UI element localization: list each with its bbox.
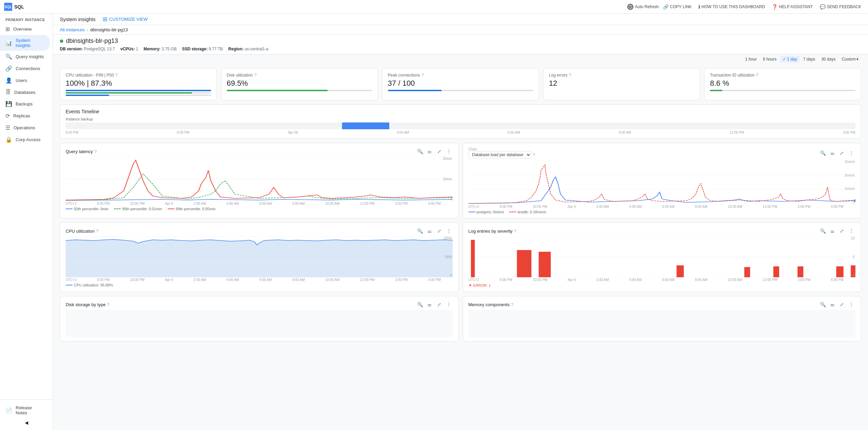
sidebar-item-overview[interactable]: ⊞ Overview	[0, 23, 50, 35]
metric-transaction: Transaction ID utilization ? 8.6 %	[704, 68, 861, 100]
cpu-utilization-help[interactable]: ?	[96, 229, 98, 234]
feedback-button[interactable]: 💬 SEND FEEDBACK	[817, 3, 864, 11]
metric-connections-help[interactable]: ?	[421, 72, 424, 78]
log-expand[interactable]: ⤢	[838, 227, 846, 235]
timeline-event-label: Instance backup	[66, 117, 855, 121]
metric-transaction-help[interactable]: ?	[756, 72, 758, 78]
sidebar-item-label: Overview	[13, 27, 32, 32]
time-30days[interactable]: 30 days	[819, 56, 838, 63]
events-timeline-section: Events Timeline Instance backup 6:00 PM …	[60, 104, 861, 139]
metric-disk-help[interactable]: ?	[254, 72, 257, 78]
db-load-expand[interactable]: ⤢	[838, 149, 846, 157]
cpu-expand[interactable]: ⤢	[435, 227, 443, 235]
metric-errors-label: Log errors ?	[549, 72, 694, 78]
breadcrumb-all[interactable]: All instances	[60, 27, 85, 32]
db-load-filter[interactable]: ⚌	[828, 149, 836, 157]
metric-errors: Log errors ? 12	[543, 68, 700, 100]
db-load-more[interactable]: ⋮	[847, 149, 855, 157]
customize-view-button[interactable]: CUSTOMIZE VIEW	[102, 17, 148, 22]
disk-more[interactable]: ⋮	[445, 300, 453, 309]
metric-errors-help[interactable]: ?	[569, 72, 571, 78]
disk-storage-title: Disk storage by type ?	[66, 302, 109, 307]
db-load-chart: Chart Database load per database ? 🔍 ⚌ ⤢…	[463, 143, 862, 218]
help-button[interactable]: ❓ HELP ASSISTANT	[769, 3, 816, 11]
more-button[interactable]: ⋮	[445, 147, 453, 155]
sidebar-item-release-notes[interactable]: 📄 Release Notes	[0, 402, 50, 418]
sidebar-item-connections[interactable]: 🔗 Connections	[0, 63, 50, 75]
query-latency-chart: Query latency ? 🔍 ⚌ ⤢ ⋮ 20min 10min 0	[60, 143, 459, 218]
time-7days[interactable]: 7 days	[800, 56, 818, 63]
log-severity-help[interactable]: ?	[514, 229, 516, 234]
auto-refresh-control[interactable]: Auto Refresh	[627, 4, 659, 10]
memory-filter[interactable]: ⚌	[828, 300, 836, 309]
topbar-right: Auto Refresh 🔗 COPY LINK ℹ HOW TO USE TH…	[627, 3, 864, 11]
memory-help[interactable]: ?	[511, 302, 513, 307]
legend-99th-line	[168, 209, 174, 209]
query-latency-actions: 🔍 ⚌ ⤢ ⋮	[416, 147, 453, 155]
cpu-more[interactable]: ⋮	[445, 227, 453, 235]
sidebar-collapse-button[interactable]: ◀	[0, 418, 53, 427]
help-icon: ❓	[772, 4, 778, 10]
how-to-button[interactable]: ℹ HOW TO USE THIS DASHBOARD	[696, 3, 768, 11]
db-load-dropdown-wrapper[interactable]: Database load per database ?	[469, 151, 535, 159]
how-to-label: HOW TO USE THIS DASHBOARD	[701, 4, 765, 9]
cpu-zoom[interactable]: 🔍	[416, 227, 424, 235]
log-severity-y-labels: 10 5 0	[844, 236, 855, 277]
db-load-dropdown[interactable]: Database load per database	[469, 151, 531, 159]
disk-filter[interactable]: ⚌	[426, 300, 434, 309]
svg-rect-23	[744, 267, 750, 277]
memory-expand[interactable]: ⤢	[838, 300, 846, 309]
log-zoom[interactable]: 🔍	[819, 227, 827, 235]
checkmark-icon: ✓	[783, 57, 786, 62]
users-icon: 👤	[5, 77, 12, 84]
filter-button[interactable]: ⚌	[426, 147, 434, 155]
sidebar-item-operations[interactable]: ☰ Operations	[0, 122, 50, 134]
memory-zoom[interactable]: 🔍	[819, 300, 827, 309]
disk-storage-actions: 🔍 ⚌ ⤢ ⋮	[416, 300, 453, 309]
metric-connections-bar	[388, 90, 533, 91]
db-load-zoom[interactable]: 🔍	[819, 149, 827, 157]
disk-expand[interactable]: ⤢	[435, 300, 443, 309]
replicas-icon: ⟳	[5, 113, 10, 119]
log-filter[interactable]: ⚌	[828, 227, 836, 235]
sidebar-item-label: Release Notes	[16, 405, 45, 415]
time-1day[interactable]: ✓ 1 day	[780, 56, 800, 63]
db-load-help[interactable]: ?	[533, 152, 535, 158]
sidebar-item-system-insights[interactable]: 📊 System insights	[0, 35, 50, 51]
time-6hours[interactable]: 6 hours	[760, 56, 779, 63]
charts-row-2: CPU utilization ? 🔍 ⚌ ⤢ ⋮ 100% 50% 0	[53, 222, 868, 296]
log-more[interactable]: ⋮	[847, 227, 855, 235]
zoom-button[interactable]: 🔍	[416, 147, 424, 155]
sidebar-item-query-insights[interactable]: 🔍 Query insights	[0, 51, 50, 63]
page-title: System insights	[60, 16, 96, 22]
svg-rect-3	[103, 20, 107, 21]
cpu-utilization-svg	[66, 236, 453, 277]
metric-cpu-bars	[66, 90, 211, 96]
time-custom[interactable]: Custom ▾	[839, 56, 861, 63]
cpu-filter[interactable]: ⚌	[426, 227, 434, 235]
disk-zoom[interactable]: 🔍	[416, 300, 424, 309]
link-icon: 🔗	[663, 4, 669, 10]
expand-button[interactable]: ⤢	[435, 147, 443, 155]
copy-link-button[interactable]: 🔗 COPY LINK	[660, 3, 695, 11]
memory-more[interactable]: ⋮	[847, 300, 855, 309]
system-insights-icon: 📊	[5, 40, 12, 46]
db-load-y-labels: 3min/s 2min/s 1min/s 0	[844, 160, 855, 204]
sidebar-item-databases[interactable]: 🗄 Databases	[0, 86, 50, 98]
metric-cpu-help[interactable]: ?	[115, 72, 118, 78]
release-notes-icon: 📄	[5, 407, 12, 414]
sidebar-item-backups[interactable]: 💾 Backups	[0, 98, 50, 110]
svg-rect-19	[471, 240, 475, 277]
metric-disk: Disk utilization ? 69.5%	[221, 68, 378, 100]
disk-storage-help[interactable]: ?	[107, 302, 109, 307]
query-latency-help[interactable]: ?	[94, 149, 97, 154]
instance-meta: DB version: PostgreSQL 13.7 vCPUs: 1 Mem…	[53, 46, 868, 54]
query-latency-header: Query latency ? 🔍 ⚌ ⤢ ⋮	[66, 147, 453, 155]
status-dot	[60, 39, 63, 43]
sidebar-item-replicas[interactable]: ⟳ Replicas	[0, 110, 50, 122]
sidebar-item-users[interactable]: 👤 Users	[0, 75, 50, 86]
time-1hour[interactable]: 1 hour	[743, 56, 760, 63]
auto-refresh-label: Auto Refresh	[635, 4, 659, 9]
query-latency-svg	[66, 157, 453, 201]
sidebar-item-corp-access[interactable]: 🔒 Corp Access	[0, 134, 50, 146]
